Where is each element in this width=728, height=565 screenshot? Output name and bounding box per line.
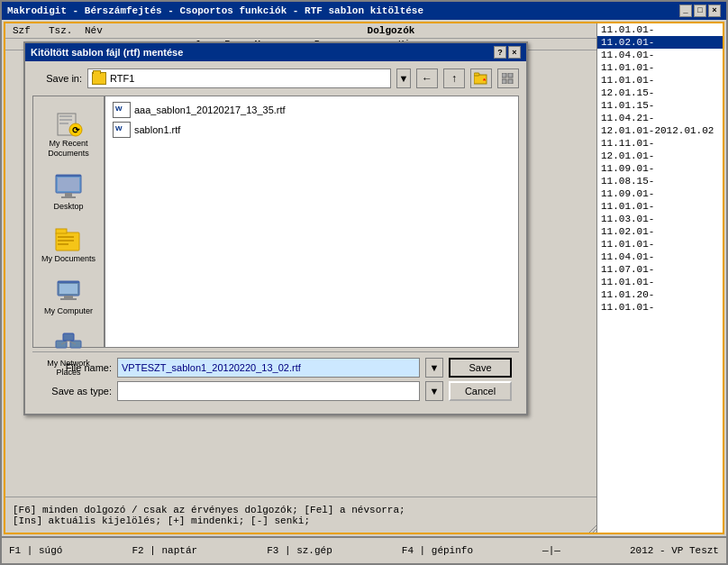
folder-name: RTF1 [110, 73, 134, 84]
svg-rect-16 [61, 196, 76, 198]
close-button[interactable]: × [708, 5, 721, 17]
save-as-type-label: Save as type: [40, 386, 112, 396]
save-in-row: Save in: RTF1 ▼ ← ↑ [32, 68, 519, 88]
file-type-select[interactable] [117, 381, 420, 401]
resize-handle[interactable] [586, 522, 596, 533]
nav-my-documents[interactable]: My Documents [36, 219, 101, 268]
nav-desktop[interactable]: Desktop [36, 167, 101, 215]
file-list[interactable]: W aaa_sablon1_20120217_13_35.rtf W sablo… [105, 96, 519, 348]
slider-label: —|— [542, 545, 560, 556]
svg-rect-15 [65, 193, 72, 196]
right-panel-item[interactable]: 11.11.01- [597, 137, 723, 150]
svg-rect-4 [508, 73, 513, 77]
main-window: Makrodigit - Bérszámfejtés - Csoportos f… [0, 0, 728, 565]
save-button[interactable]: Save [449, 358, 512, 378]
svg-rect-22 [58, 243, 68, 245]
svg-rect-24 [58, 281, 79, 283]
back-button[interactable]: ← [416, 68, 438, 88]
f2-label: F2 | naptár [132, 545, 197, 556]
right-panel-item[interactable]: 11.01.15- [597, 99, 723, 112]
footer-slider[interactable]: —|— [542, 545, 560, 556]
file-name-input[interactable]: VPTESZT_sablon1_20120220_13_02.rtf [117, 358, 420, 378]
view-button[interactable] [497, 68, 519, 88]
save-in-select[interactable]: RTF1 [87, 68, 391, 88]
dialog-help-button[interactable]: ? [494, 46, 506, 59]
right-panel-item[interactable]: 11.01.01- [597, 23, 723, 36]
svg-rect-27 [60, 298, 77, 300]
new-folder-button[interactable]: * [470, 68, 492, 88]
right-panel-item[interactable]: 11.01.01- [597, 301, 723, 314]
right-panel-item[interactable]: 11.01.01- [597, 276, 723, 288]
svg-rect-20 [58, 236, 74, 238]
svg-rect-6 [508, 79, 513, 84]
file-name-row: File name: VPTESZT_sablon1_20120220_13_0… [40, 358, 512, 378]
save-in-dropdown[interactable]: ▼ [396, 68, 411, 88]
nav-my-computer[interactable]: My Computer [36, 271, 101, 320]
svg-rect-30 [63, 333, 74, 341]
nav-my-computer-label: My Computer [44, 306, 93, 315]
nav-recent-documents[interactable]: ⟳ My Recent Documents [36, 104, 101, 163]
my-docs-icon [54, 223, 83, 252]
right-panel-item[interactable]: 12.01.01- [597, 150, 723, 162]
folder-icon [92, 72, 106, 85]
minimize-button[interactable]: _ [679, 5, 692, 17]
right-panel-item[interactable]: 11.02.01- [597, 225, 723, 238]
svg-rect-10 [59, 123, 68, 124]
right-panel-item[interactable]: 11.02.01- [597, 36, 723, 49]
right-panel-item[interactable]: 11.08.15- [597, 175, 723, 187]
footer-f2[interactable]: F2 | naptár [132, 545, 197, 556]
svg-rect-17 [58, 178, 79, 191]
right-panel-item[interactable]: 11.01.01- [597, 238, 723, 251]
right-panel-item[interactable]: 11.04.01- [597, 49, 723, 61]
footer-f1[interactable]: F1 | súgó [9, 545, 62, 556]
svg-rect-21 [58, 240, 74, 241]
right-panel-item[interactable]: 12.01.15- [597, 87, 723, 99]
right-panel-item[interactable]: 11.01.01- [597, 61, 723, 74]
nav-desktop-label: Desktop [53, 202, 83, 211]
file-list-item[interactable]: W sablon1.rtf [109, 120, 514, 140]
filetype-dropdown[interactable]: ▼ [425, 381, 443, 401]
footer-f4[interactable]: F4 | gépinfo [402, 545, 473, 556]
dialog-overlay: Kitöltött sablon fájl (rtf) mentése ? × … [5, 23, 596, 533]
desktop-icon [54, 171, 83, 200]
f3-label: F3 | sz.gép [267, 545, 332, 556]
right-panel-item[interactable]: 11.01.20- [597, 288, 723, 301]
right-panel-item[interactable]: 11.04.21- [597, 112, 723, 124]
footer-f3[interactable]: F3 | sz.gép [267, 545, 332, 556]
file-save-dialog: Kitöltött sablon fájl (rtf) mentése ? × … [23, 41, 528, 415]
right-panel-item[interactable]: 11.03.01- [597, 213, 723, 225]
right-panel-item[interactable]: 11.07.01- [597, 263, 723, 276]
nav-my-documents-label: My Documents [41, 254, 96, 263]
file-name: sablon1.rtf [134, 124, 180, 135]
file-list-item[interactable]: W aaa_sablon1_20120217_13_35.rtf [109, 100, 514, 120]
right-panel-item[interactable]: 12.01.01-2012.01.02 [597, 124, 723, 137]
dialog-close-button[interactable]: × [508, 46, 521, 59]
my-computer-icon [54, 276, 83, 305]
svg-text:⟳: ⟳ [72, 125, 80, 135]
dialog-body: Save in: RTF1 ▼ ← ↑ [25, 61, 526, 414]
cancel-button[interactable]: Cancel [449, 381, 512, 401]
up-button[interactable]: ↑ [443, 68, 465, 88]
svg-rect-8 [59, 115, 72, 117]
right-panel-item[interactable]: 11.01.01- [597, 74, 723, 87]
right-panel-item[interactable]: 11.04.01- [597, 251, 723, 263]
svg-rect-26 [64, 296, 73, 298]
right-panel-item[interactable]: 11.01.01- [597, 200, 723, 213]
file-name-value: VPTESZT_sablon1_20120220_13_02.rtf [122, 362, 301, 373]
dialog-bottom: File name: VPTESZT_sablon1_20120220_13_0… [32, 351, 519, 406]
right-panel-item[interactable]: 11.09.01- [597, 162, 723, 175]
svg-rect-5 [502, 79, 506, 84]
title-bar: Makrodigit - Bérszámfejtés - Csoportos f… [2, 2, 726, 20]
right-panel-item[interactable]: 11.09.01- [597, 187, 723, 200]
svg-rect-25 [59, 284, 77, 294]
svg-rect-9 [59, 119, 72, 121]
filename-dropdown[interactable]: ▼ [425, 358, 443, 378]
content-area: Szf Tsz. Név Dolgozók Érvényesség Jv Rg … [4, 22, 724, 534]
dialog-main: ⟳ My Recent Documents [32, 96, 519, 348]
recent-docs-icon: ⟳ [54, 108, 83, 137]
svg-rect-1 [474, 73, 479, 76]
right-panel[interactable]: 11.01.01-11.02.01-11.04.01-11.01.01-11.0… [596, 23, 723, 533]
f1-label: F1 | súgó [9, 545, 62, 556]
maximize-button[interactable]: □ [694, 5, 706, 17]
f4-label: F4 | gépinfo [402, 545, 473, 556]
